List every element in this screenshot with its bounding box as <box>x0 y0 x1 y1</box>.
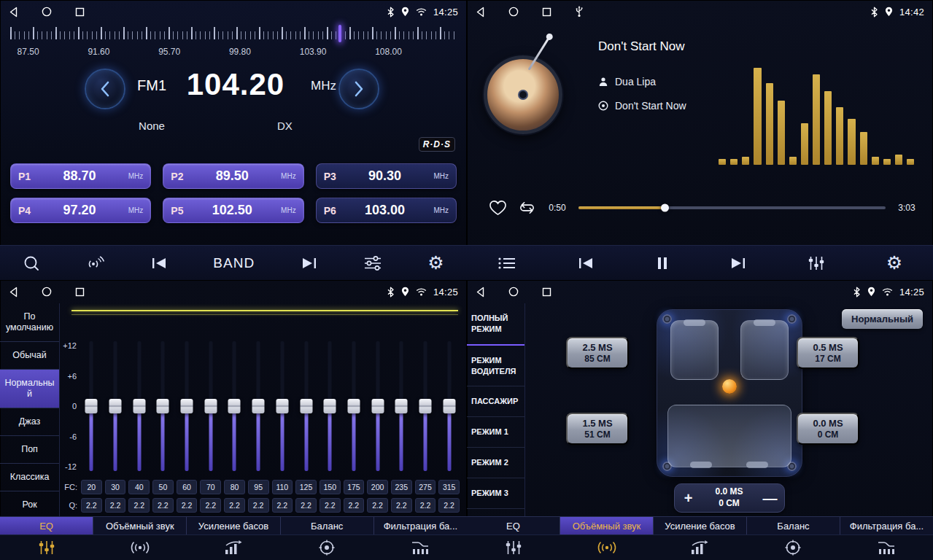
listening-position-marker[interactable] <box>722 379 737 394</box>
slider-handle[interactable] <box>204 399 217 413</box>
pause-icon[interactable] <box>656 256 669 271</box>
settings-gear-icon[interactable]: ⚙ <box>886 254 902 272</box>
frequency-scale[interactable]: 87.5091.6095.7099.80103.90108.00 <box>6 25 461 66</box>
back-icon[interactable] <box>476 287 485 298</box>
next-track-icon[interactable] <box>729 256 747 271</box>
slider-handle[interactable] <box>443 399 455 413</box>
tune-up-button[interactable] <box>338 69 379 109</box>
next-station-icon[interactable] <box>301 256 318 271</box>
album-art-disc[interactable] <box>484 55 562 134</box>
repeat-icon[interactable] <box>518 201 536 215</box>
surround-tab-icon[interactable] <box>560 535 654 560</box>
front-left-speaker-icon[interactable] <box>662 314 672 324</box>
audio-tab[interactable]: Баланс <box>747 517 840 534</box>
eq-preset-item[interactable]: Нормальный <box>0 370 59 408</box>
eq-band-slider[interactable] <box>198 341 222 471</box>
sliders-icon[interactable] <box>363 255 382 271</box>
audio-tab[interactable]: Усиление басов <box>654 517 747 534</box>
back-icon[interactable] <box>476 7 485 18</box>
recents-icon[interactable] <box>75 287 85 297</box>
eq-band-slider[interactable] <box>80 341 104 471</box>
surround-preset-button[interactable]: Нормальный <box>842 309 923 329</box>
playlist-icon[interactable] <box>498 256 516 271</box>
previous-track-icon[interactable] <box>577 256 595 271</box>
eq-preset-item[interactable]: Джаз <box>0 408 59 436</box>
tune-down-button[interactable] <box>85 69 125 109</box>
back-icon[interactable] <box>9 7 18 18</box>
preset-button[interactable]: P6 103.00 MHz <box>316 198 457 223</box>
home-icon[interactable] <box>508 7 519 17</box>
faders-icon[interactable] <box>808 255 825 271</box>
rear-left-delay-button[interactable]: 1.5 MS 51 CM <box>566 413 629 445</box>
slider-handle[interactable] <box>371 399 384 413</box>
audio-tab[interactable]: Усиление басов <box>187 517 280 534</box>
filter-tab-icon[interactable] <box>373 535 467 560</box>
eq-band-slider[interactable] <box>247 341 271 471</box>
eq-band-slider[interactable] <box>318 341 342 471</box>
eq-band-slider[interactable] <box>437 341 461 471</box>
preset-button[interactable]: P2 89.50 MHz <box>163 163 303 189</box>
preset-button[interactable]: P3 90.30 MHz <box>316 163 457 189</box>
listening-mode-item[interactable]: РЕЖИМ 3 <box>467 478 524 509</box>
slider-handle[interactable] <box>252 399 265 413</box>
seek-bar[interactable] <box>578 206 886 209</box>
back-icon[interactable] <box>9 287 18 298</box>
eq-band-slider[interactable] <box>127 341 151 471</box>
seek-thumb[interactable] <box>661 204 669 212</box>
listening-mode-item[interactable]: ПОЛНЫЙ РЕЖИМ <box>467 303 524 346</box>
front-right-speaker-icon[interactable] <box>787 314 797 324</box>
eq-band-slider[interactable] <box>294 341 318 471</box>
slider-handle[interactable] <box>300 399 312 413</box>
slider-handle[interactable] <box>181 399 193 413</box>
audio-tab[interactable]: Баланс <box>281 517 374 534</box>
audio-tab[interactable]: Фильтрация ба... <box>840 517 933 534</box>
preset-button[interactable]: P4 97.20 MHz <box>10 198 151 223</box>
audio-tab[interactable]: EQ <box>0 517 93 534</box>
listening-mode-item[interactable]: РЕЖИМ 1 <box>467 417 524 448</box>
slider-handle[interactable] <box>324 399 336 413</box>
balance-tab-icon[interactable] <box>280 535 373 560</box>
scan-icon[interactable] <box>23 254 40 272</box>
eq-band-slider[interactable] <box>151 341 175 471</box>
eq-tab-icon[interactable] <box>467 535 560 560</box>
home-icon[interactable] <box>42 287 52 297</box>
band-button[interactable]: BAND <box>213 255 255 271</box>
eq-tab-icon[interactable] <box>0 535 93 560</box>
decrease-delay-button[interactable]: — <box>756 491 784 505</box>
slider-handle[interactable] <box>109 399 122 413</box>
eq-band-slider[interactable] <box>271 341 295 471</box>
eq-band-slider[interactable] <box>222 341 247 471</box>
slider-handle[interactable] <box>347 399 360 413</box>
balance-tab-icon[interactable] <box>746 535 840 560</box>
recents-icon[interactable] <box>542 287 551 297</box>
slider-handle[interactable] <box>228 399 241 413</box>
eq-preset-item[interactable]: Обычай <box>0 342 59 370</box>
previous-station-icon[interactable] <box>150 256 168 271</box>
eq-band-slider[interactable] <box>175 341 199 471</box>
broadcast-icon[interactable] <box>86 255 105 271</box>
audio-tab[interactable]: EQ <box>467 517 560 534</box>
eq-preset-item[interactable]: Поп <box>0 436 59 464</box>
audio-tab[interactable]: Объёмный звук <box>560 517 654 534</box>
slider-handle[interactable] <box>419 399 431 413</box>
preset-button[interactable]: P1 88.70 MHz <box>10 163 151 189</box>
settings-gear-icon[interactable]: ⚙ <box>427 254 444 272</box>
filter-tab-icon[interactable] <box>840 535 933 560</box>
bass-boost-tab-icon[interactable] <box>654 535 747 560</box>
listening-mode-item[interactable]: ПАССАЖИР <box>467 386 524 417</box>
audio-tab[interactable]: Фильтрация ба... <box>374 517 467 534</box>
eq-band-slider[interactable] <box>342 341 366 471</box>
audio-tab[interactable]: Объёмный звук <box>93 517 187 534</box>
eq-band-slider[interactable] <box>390 341 414 471</box>
eq-band-slider[interactable] <box>104 341 128 471</box>
surround-tab-icon[interactable] <box>93 535 187 560</box>
increase-delay-button[interactable]: + <box>675 491 702 505</box>
recents-icon[interactable] <box>542 7 551 17</box>
slider-handle[interactable] <box>395 399 408 413</box>
slider-handle[interactable] <box>157 399 169 413</box>
eq-preset-item[interactable]: По умолчанию <box>0 303 59 342</box>
eq-preset-item[interactable]: Классика <box>0 464 59 491</box>
slider-handle[interactable] <box>85 399 98 413</box>
front-right-delay-button[interactable]: 0.5 MS 17 CM <box>797 337 859 369</box>
eq-preset-item[interactable]: Рок <box>0 491 59 519</box>
